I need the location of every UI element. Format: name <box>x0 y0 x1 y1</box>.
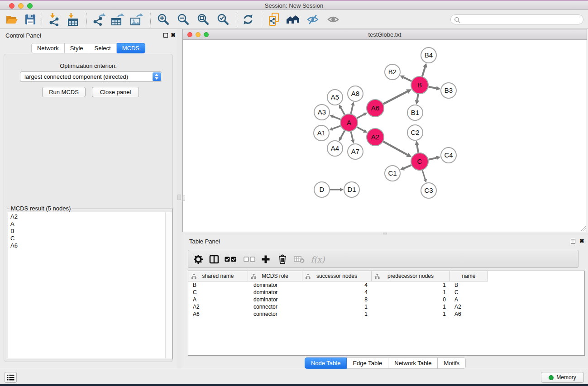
table-row[interactable]: A2connector11A2 <box>188 303 584 310</box>
float-panel-icon[interactable] <box>163 33 168 38</box>
table-cell[interactable]: 4 <box>302 289 372 296</box>
import-network-icon[interactable] <box>46 11 62 28</box>
network-window-titlebar[interactable]: testGlobe.txt <box>183 29 587 40</box>
edge-C-C4[interactable] <box>429 158 436 160</box>
edge-C-C1[interactable] <box>404 165 411 168</box>
columns-icon[interactable] <box>208 253 220 266</box>
delete-table-icon[interactable] <box>293 253 306 266</box>
select-all-icon[interactable] <box>224 253 237 266</box>
column-header-name[interactable]: name <box>450 271 488 281</box>
zoom-in-icon[interactable] <box>155 11 172 28</box>
splitter-handle[interactable] <box>383 233 387 234</box>
float-panel-icon[interactable] <box>571 239 575 243</box>
table-cell[interactable]: 1 <box>302 310 372 318</box>
tab-motifs[interactable]: Motifs <box>438 357 466 369</box>
table-cell[interactable]: A <box>188 296 248 303</box>
table-cell[interactable]: 0 <box>372 296 450 303</box>
table-cell[interactable]: 1 <box>372 310 450 318</box>
show-all-icon[interactable] <box>325 11 341 28</box>
edge-A-A4[interactable] <box>341 131 345 138</box>
table-row[interactable]: Bdominator41B <box>188 281 584 289</box>
tab-style[interactable]: Style <box>65 43 89 53</box>
tab-mcds[interactable]: MCDS <box>117 43 145 53</box>
mcds-result-item[interactable]: A <box>10 220 165 228</box>
tab-select[interactable]: Select <box>89 43 117 53</box>
run-mcds-button[interactable]: Run MCDS <box>42 87 86 97</box>
tab-node-table[interactable]: Node Table <box>305 357 347 369</box>
table-row[interactable]: A6connector11A6 <box>188 310 584 318</box>
edge-A6-B[interactable] <box>383 91 407 104</box>
table-cell[interactable]: 1 <box>372 289 450 296</box>
apply-layout-icon[interactable] <box>240 11 256 28</box>
table-cell[interactable]: 1 <box>372 303 450 310</box>
close-panel-icon[interactable]: ✖ <box>579 238 584 244</box>
table-cell[interactable]: B <box>188 281 248 289</box>
table-cell[interactable]: 4 <box>302 281 372 289</box>
column-header-successor-nodes[interactable]: successor nodes <box>302 271 372 281</box>
export-network-icon[interactable] <box>91 11 107 28</box>
column-header-MCDS-role[interactable]: MCDS role <box>248 271 302 281</box>
edge-B-B1[interactable] <box>417 94 418 100</box>
table-row[interactable]: Cdominator41C <box>188 289 584 296</box>
network-graph[interactable]: AA1A2A3A4A5A6A7A8BB1B2B3B4CC1C2C3C4DD1 <box>183 40 587 232</box>
edge-A-A6[interactable] <box>357 114 364 119</box>
mcds-result-item[interactable]: A6 <box>10 242 165 249</box>
export-table-icon[interactable] <box>109 11 125 28</box>
search-input[interactable] <box>462 15 580 24</box>
edge-A-A1[interactable] <box>333 126 341 129</box>
scrollbar-track[interactable] <box>165 212 172 358</box>
edge-A-A2[interactable] <box>357 127 364 131</box>
edge-B-B4[interactable] <box>422 67 425 76</box>
edge-A-A5[interactable] <box>341 108 345 114</box>
edge-B-B2[interactable] <box>404 77 411 81</box>
mcds-result-item[interactable]: C <box>10 235 165 242</box>
table-cell[interactable]: A6 <box>450 310 488 318</box>
resize-grip-icon[interactable] <box>580 225 586 231</box>
add-column-icon[interactable] <box>259 253 272 266</box>
splitter-handle[interactable] <box>177 195 181 200</box>
zoom-fit-icon[interactable] <box>195 11 211 28</box>
gear-icon[interactable] <box>192 253 205 266</box>
close-panel-icon[interactable]: ✖ <box>171 32 176 38</box>
table-cell[interactable]: A6 <box>188 310 248 318</box>
memory-button[interactable]: Memory <box>541 372 584 383</box>
task-history-button[interactable] <box>5 372 17 383</box>
table-cell[interactable]: C <box>450 289 488 296</box>
export-image-icon[interactable] <box>128 11 144 28</box>
deselect-all-icon[interactable] <box>243 253 256 266</box>
first-neighbors-icon[interactable] <box>285 11 301 28</box>
save-session-icon[interactable] <box>22 11 38 28</box>
table-cell[interactable]: dominator <box>248 289 302 296</box>
import-table-icon[interactable] <box>65 11 81 28</box>
tab-network[interactable]: Network <box>31 43 65 53</box>
network-canvas[interactable]: AA1A2A3A4A5A6A7A8BB1B2B3B4CC1C2C3C4DD1 <box>183 40 587 232</box>
tab-network-table[interactable]: Network Table <box>388 357 438 369</box>
function-builder-icon[interactable]: f(x) <box>310 253 326 266</box>
canvas-edge-handle[interactable] <box>183 195 185 201</box>
mcds-result-item[interactable]: A2 <box>10 213 165 220</box>
zoom-selected-icon[interactable] <box>215 11 231 28</box>
table-cell[interactable]: B <box>450 281 488 289</box>
edge-C-C2[interactable] <box>417 145 418 152</box>
table-cell[interactable]: A <box>450 296 488 303</box>
table-row[interactable]: Adominator80A <box>188 296 584 303</box>
edge-B-B3[interactable] <box>429 87 436 88</box>
close-panel-button[interactable]: Close panel <box>92 87 139 97</box>
edge-A-A7[interactable] <box>351 132 353 140</box>
table-cell[interactable]: connector <box>248 310 302 318</box>
hide-selected-icon[interactable] <box>305 11 321 28</box>
table-cell[interactable]: 1 <box>302 303 372 310</box>
tab-edge-table[interactable]: Edge Table <box>347 357 388 369</box>
zoom-out-icon[interactable] <box>175 11 191 28</box>
open-file-icon[interactable] <box>4 11 20 28</box>
table-cell[interactable]: A2 <box>188 303 248 310</box>
table-cell[interactable]: 1 <box>372 281 450 289</box>
edge-A-A3[interactable] <box>333 116 341 119</box>
horizontal-splitter[interactable] <box>182 232 588 235</box>
column-header-predecessor-nodes[interactable]: predecessor nodes <box>372 271 450 281</box>
mcds-result-item[interactable]: B <box>10 228 165 235</box>
vertical-splitter[interactable] <box>177 29 182 368</box>
optimization-criterion-select[interactable]: largest connected component (directed) <box>20 71 162 82</box>
table-cell[interactable]: C <box>188 289 248 296</box>
new-network-from-selection-icon[interactable] <box>266 11 282 28</box>
